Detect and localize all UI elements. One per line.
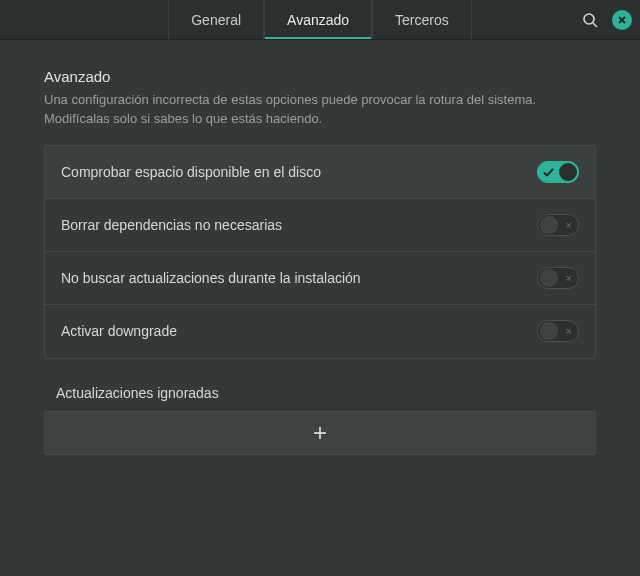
- tab-label: General: [191, 12, 241, 28]
- setting-no-updates-install[interactable]: No buscar actualizaciones durante la ins…: [45, 252, 595, 305]
- check-icon: [543, 165, 554, 181]
- tab-label: Terceros: [395, 12, 449, 28]
- x-icon: ×: [566, 324, 572, 338]
- svg-point-0: [584, 14, 594, 24]
- setting-enable-downgrade[interactable]: Activar downgrade ×: [45, 305, 595, 358]
- header-actions: [578, 0, 632, 39]
- setting-label: Comprobar espacio disponible en el disco: [61, 164, 321, 180]
- close-icon[interactable]: [612, 10, 632, 30]
- section-description: Una configuración incorrecta de estas op…: [44, 91, 574, 129]
- setting-check-disk-space[interactable]: Comprobar espacio disponible en el disco: [45, 146, 595, 199]
- setting-remove-deps[interactable]: Borrar dependencias no necesarias ×: [45, 199, 595, 252]
- svg-line-1: [593, 23, 597, 27]
- tab-label: Avanzado: [287, 12, 349, 28]
- toggle-knob: [540, 322, 558, 340]
- tabs: General Avanzado Terceros: [168, 0, 472, 39]
- toggle-knob: [540, 269, 558, 287]
- toggle-remove-deps[interactable]: ×: [537, 214, 579, 236]
- search-icon[interactable]: [578, 8, 602, 32]
- toggle-check-disk-space[interactable]: [537, 161, 579, 183]
- add-ignored-button[interactable]: [44, 411, 596, 455]
- content: Avanzado Una configuración incorrecta de…: [0, 40, 640, 455]
- settings-list: Comprobar espacio disponible en el disco…: [44, 145, 596, 359]
- header-bar: General Avanzado Terceros: [0, 0, 640, 40]
- ignored-updates-title: Actualizaciones ignoradas: [56, 385, 596, 401]
- toggle-enable-downgrade[interactable]: ×: [537, 320, 579, 342]
- toggle-no-updates-install[interactable]: ×: [537, 267, 579, 289]
- toggle-knob: [540, 216, 558, 234]
- setting-label: Activar downgrade: [61, 323, 177, 339]
- tab-general[interactable]: General: [168, 0, 264, 39]
- tab-avanzado[interactable]: Avanzado: [264, 0, 372, 39]
- x-icon: ×: [566, 218, 572, 232]
- plus-icon: [312, 425, 328, 441]
- setting-label: No buscar actualizaciones durante la ins…: [61, 270, 361, 286]
- toggle-knob: [559, 163, 577, 181]
- x-icon: ×: [566, 271, 572, 285]
- section-title: Avanzado: [44, 68, 596, 85]
- tab-terceros[interactable]: Terceros: [372, 0, 472, 39]
- setting-label: Borrar dependencias no necesarias: [61, 217, 282, 233]
